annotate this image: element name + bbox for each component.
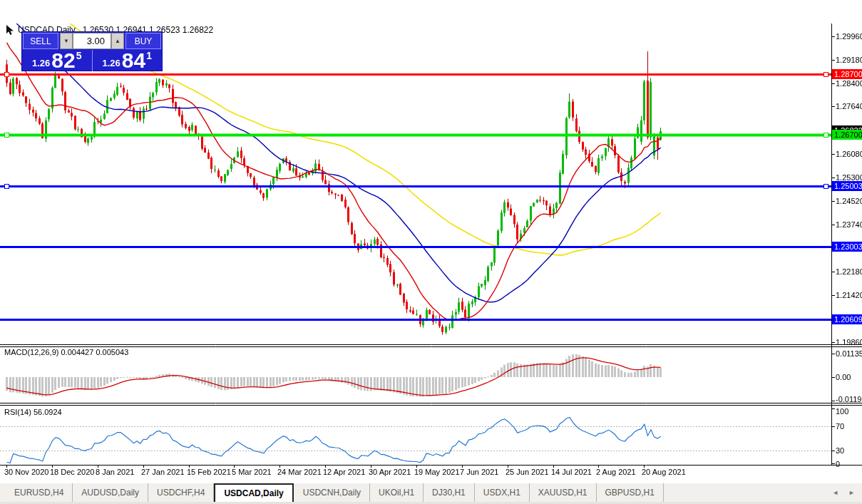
chart-tab-usdcnh[interactable]: USDCNH,Daily (294, 483, 370, 502)
chart-tab-xauusd[interactable]: XAUUSD,H1 (530, 483, 597, 502)
sell-price-prefix: 1.26 (32, 58, 50, 68)
chart-tab-bar: EURUSD,H4AUDUSD,DailyUSDCHF,H4USDCAD,Dai… (0, 483, 862, 502)
trade-panel-controls: SELL ▼ 3.00 ▲ BUY (23, 33, 161, 49)
chart-window: USDCAD,Daily 1.26530 1.26941 1.26523 1.2… (0, 22, 862, 483)
chart-tab-gbpusd[interactable]: GBPUSD,H1 (597, 483, 664, 502)
buy-price-prefix: 1.26 (103, 58, 120, 68)
sell-price-big: 82 (51, 51, 75, 70)
chart-canvas[interactable] (0, 0, 862, 504)
chart-tab-usdx[interactable]: USDX,H1 (475, 483, 530, 502)
application-window: 15M30H1H4D1W1MN USDCAD,Daily 1.26530 1.2… (0, 0, 862, 504)
sell-price-sup: 5 (76, 50, 82, 61)
tab-scroll-left-icon[interactable]: ◄ (832, 489, 838, 496)
buy-button[interactable]: BUY (125, 33, 161, 49)
volume-increase-button[interactable]: ▲ (111, 33, 124, 49)
chart-tab-usdcad[interactable]: USDCAD,Daily (214, 483, 293, 502)
buy-price-big: 84 (122, 51, 145, 70)
sell-price[interactable]: 1.26 82 5 (22, 50, 92, 71)
chart-tab-eurusd[interactable]: EURUSD,H4 (6, 483, 73, 502)
tab-scroll-right-icon[interactable]: ► (848, 489, 855, 496)
chart-tab-audusd[interactable]: AUDUSD,Daily (73, 483, 148, 502)
trade-panel-prices: 1.26 82 5 1.26 84 1 (22, 50, 162, 71)
chart-tab-ukoil[interactable]: UKOil,H1 (370, 483, 424, 502)
buy-price-sup: 1 (146, 50, 152, 61)
chart-tab-usdchf[interactable]: USDCHF,H4 (148, 483, 214, 502)
chart-tab-dj30[interactable]: DJ30,H1 (424, 483, 475, 502)
sell-button[interactable]: SELL (23, 33, 58, 49)
buy-price[interactable]: 1.26 84 1 (92, 50, 163, 71)
tab-scroll-arrows: ◄ ► (832, 483, 855, 502)
one-click-trading-panel: SELL ▼ 3.00 ▲ BUY 1.26 82 5 1.26 84 1 (21, 31, 163, 71)
volume-field[interactable]: 3.00 (73, 33, 111, 49)
volume-decrease-button[interactable]: ▼ (60, 33, 73, 49)
